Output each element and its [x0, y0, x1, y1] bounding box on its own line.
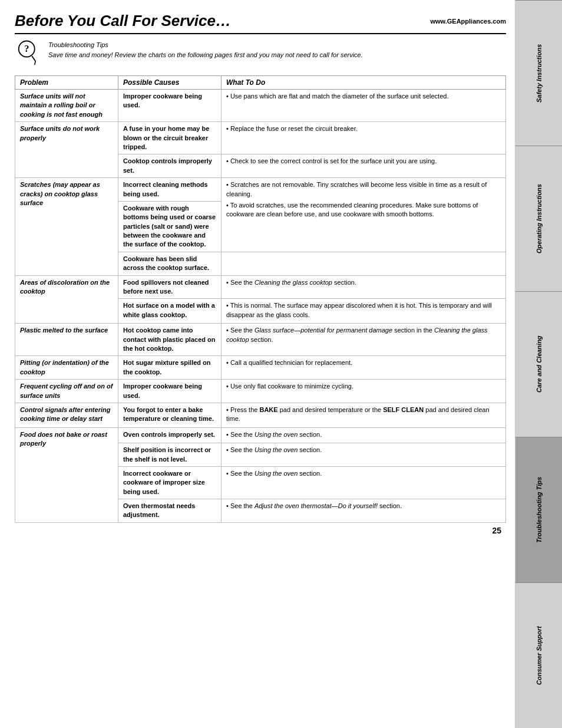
cause-cell: You forgot to enter a bake temperature o…	[118, 403, 222, 427]
col-problem: Problem	[15, 76, 118, 90]
solution-cell: This is normal. The surface may appear d…	[222, 299, 506, 324]
cause-cell: Oven controls improperly set.	[118, 427, 222, 443]
troubleshoot-box: ? Troubleshooting Tips Save time and mon…	[15, 40, 506, 67]
solution-cell: Use only flat cookware to minimize cycli…	[222, 380, 506, 403]
troubleshoot-body: Save time and money! Review the charts o…	[48, 50, 363, 60]
col-causes: Possible Causes	[118, 76, 222, 90]
cause-cell: Shelf position is incorrect or the shelf…	[118, 443, 222, 467]
solution-cell	[222, 252, 506, 275]
table-header-row: Problem Possible Causes What To Do	[15, 76, 506, 90]
problem-cell: Plastic melted to the surface	[15, 324, 118, 356]
problem-cell: Pitting (or indentation) of the cooktop	[15, 356, 118, 380]
cause-cell: Hot sugar mixture spilled on the cooktop…	[118, 356, 222, 380]
solution-cell: See the Using the oven section.	[222, 466, 506, 499]
cause-cell: A fuse in your home may be blown or the …	[118, 122, 222, 154]
table-row: Scratches (may appear as cracks) on cook…	[15, 178, 506, 202]
svg-line-2	[32, 56, 35, 61]
table-row: Surface units will not maintain a rollin…	[15, 90, 506, 122]
cause-cell: Incorrect cookware or cookware of improp…	[118, 466, 222, 499]
problem-cell: Scratches (may appear as cracks) on cook…	[15, 178, 118, 276]
page-header: Before You Call For Service… www.GEAppli…	[15, 12, 506, 34]
solution-cell: See the Using the oven section.	[222, 443, 506, 467]
cause-cell: Hot surface on a model with a white glas…	[118, 299, 222, 324]
table-row: Control signals after entering cooking t…	[15, 403, 506, 427]
tab-troubleshooting[interactable]: Troubleshooting Tips	[515, 437, 562, 582]
solution-cell: Scratches are not removable. Tiny scratc…	[222, 178, 506, 252]
solution-cell: See the Glass surface—potential for perm…	[222, 324, 506, 356]
side-tabs: Safety Instructions Operating Instructio…	[515, 0, 562, 728]
question-icon: ?	[15, 40, 41, 67]
svg-line-3	[35, 61, 36, 65]
table-row: Food does not bake or roast properly Ove…	[15, 427, 506, 443]
troubleshoot-title: Troubleshooting Tips	[48, 40, 363, 50]
page-number: 25	[15, 523, 506, 538]
solution-cell: Use pans which are flat and match the di…	[222, 90, 506, 122]
table-row: Pitting (or indentation) of the cooktop …	[15, 356, 506, 380]
tab-consumer-support[interactable]: Consumer Support	[515, 582, 562, 728]
solution-cell: Press the BAKE pad and desired temperatu…	[222, 403, 506, 427]
solution-cell: Call a qualified technician for replacem…	[222, 356, 506, 380]
cause-cell: Cookware has been slid across the cookto…	[118, 252, 222, 275]
tab-safety-instructions[interactable]: Safety Instructions	[515, 0, 562, 146]
col-solution: What To Do	[222, 76, 506, 90]
table-row: Areas of discoloration on the cooktop Fo…	[15, 275, 506, 299]
cause-cell: Oven thermostat needs adjustment.	[118, 499, 222, 523]
page-title: Before You Call For Service…	[15, 12, 231, 30]
problem-cell: Surface units do not work properly	[15, 122, 118, 178]
solution-cell: Check to see the correct control is set …	[222, 154, 506, 178]
solution-cell: See the Using the oven section.	[222, 427, 506, 443]
tab-care-cleaning[interactable]: Care and Cleaning	[515, 291, 562, 437]
solution-cell: See the Cleaning the glass cooktop secti…	[222, 275, 506, 299]
cause-cell: Improper cookware being used.	[118, 90, 222, 122]
table-row: Frequent cycling off and on of surface u…	[15, 380, 506, 403]
solution-cell: Replace the fuse or reset the circuit br…	[222, 122, 506, 154]
cause-cell: Improper cookware being used.	[118, 380, 222, 403]
cause-cell: Cookware with rough bottoms being used o…	[118, 201, 222, 252]
cause-cell: Hot cooktop came into contact with plast…	[118, 324, 222, 356]
cause-cell: Food spillovers not cleaned before next …	[118, 275, 222, 299]
problem-cell: Control signals after entering cooking t…	[15, 403, 118, 427]
solution-cell: See the Adjust the oven thermostat—Do it…	[222, 499, 506, 523]
problem-cell: Areas of discoloration on the cooktop	[15, 275, 118, 324]
tab-operating-instructions[interactable]: Operating Instructions	[515, 146, 562, 291]
troubleshoot-description: Troubleshooting Tips Save time and money…	[48, 40, 363, 60]
troubleshoot-table: Problem Possible Causes What To Do Surfa…	[15, 75, 506, 523]
cause-cell: Incorrect cleaning methods being used.	[118, 178, 222, 202]
problem-cell: Frequent cycling off and on of surface u…	[15, 380, 118, 403]
table-row: Surface units do not work properly A fus…	[15, 122, 506, 154]
problem-cell: Food does not bake or roast properly	[15, 427, 118, 522]
website-url: www.GEAppliances.com	[430, 12, 506, 25]
svg-text:?: ?	[24, 43, 29, 54]
table-row: Plastic melted to the surface Hot cookto…	[15, 324, 506, 356]
cause-cell: Cooktop controls improperly set.	[118, 154, 222, 178]
problem-cell: Surface units will not maintain a rollin…	[15, 90, 118, 122]
